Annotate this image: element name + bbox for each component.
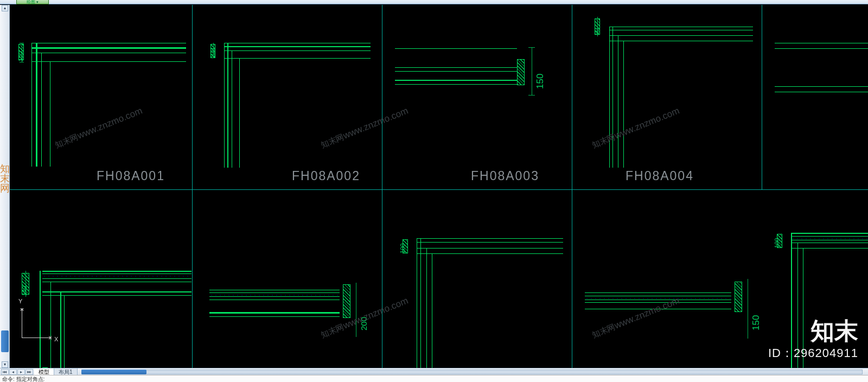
grid-line: [192, 5, 193, 368]
grid-line: [762, 5, 762, 189]
vertical-scroll-thumb[interactable]: [1, 330, 9, 352]
stroke: [239, 58, 240, 168]
dim-line: [532, 47, 532, 95]
stroke: [209, 316, 340, 317]
ucs-y-label: Y: [18, 298, 22, 304]
dim-140: 140: [21, 286, 28, 296]
watermark: 知末网www.znzmo.com: [319, 105, 410, 150]
stroke: [791, 243, 868, 243]
stroke: [395, 67, 517, 68]
stroke: [224, 58, 371, 59]
dim-line: [528, 47, 535, 48]
stroke: [585, 292, 731, 293]
decor-band: [209, 292, 340, 297]
profile-hatch: [343, 284, 350, 318]
stroke: [224, 43, 225, 168]
profile-hatch: [735, 282, 742, 312]
stroke: [224, 46, 371, 47]
stroke: [224, 43, 371, 43]
scroll-down-arrow-icon[interactable]: ▾: [2, 361, 8, 368]
layout-tab-bar: ⏮ ◂ ▸ ⏭ 模型 布局1: [0, 368, 868, 375]
part-code: FH08A003: [471, 169, 539, 183]
tab-first-icon[interactable]: ⏮: [1, 369, 9, 375]
stroke: [64, 295, 65, 368]
stroke: [42, 291, 192, 292]
command-line[interactable]: 命令: 指定对角点:: [0, 375, 868, 382]
part-code: FH08A002: [292, 169, 360, 183]
vertical-scrollbar[interactable]: ▴ ▾: [0, 5, 10, 368]
stroke: [417, 238, 417, 368]
stroke: [395, 84, 517, 85]
part-code: FH08A001: [97, 169, 165, 183]
stroke: [31, 61, 186, 62]
stroke: [775, 92, 868, 92]
hscroll-track[interactable]: [81, 370, 863, 374]
stroke: [803, 248, 803, 368]
stroke: [395, 48, 517, 49]
stroke: [612, 27, 613, 168]
part-code: FH08A004: [626, 169, 694, 183]
stroke: [426, 248, 427, 368]
ucs-x-axis: [22, 338, 52, 338]
stroke: [227, 43, 228, 168]
dim-100c: 100: [774, 238, 780, 248]
stroke: [31, 43, 186, 43]
decor-band: [585, 296, 731, 300]
tab-prev-icon[interactable]: ◂: [9, 369, 17, 375]
stroke: [775, 43, 868, 43]
stroke: [209, 300, 340, 300]
draw-dropdown-label: 绘图: [27, 0, 35, 4]
stroke: [224, 50, 371, 51]
dim-120: 120: [17, 52, 24, 61]
stroke: [432, 253, 432, 368]
dim-line: [20, 62, 24, 62]
grid-line: [572, 5, 572, 368]
profile-hatch: [517, 59, 525, 85]
hscroll-thumb[interactable]: [81, 370, 146, 374]
stroke: [585, 309, 731, 309]
stroke: [417, 238, 563, 239]
dim-100: 100: [209, 48, 216, 58]
command-line-text: 命令: 指定对角点:: [2, 376, 44, 382]
decor-band: [42, 273, 192, 279]
tab-next-icon[interactable]: ▸: [17, 369, 25, 375]
stroke: [791, 233, 792, 368]
stroke: [609, 27, 610, 168]
tab-last-icon[interactable]: ⏭: [25, 369, 33, 375]
stroke: [60, 291, 61, 368]
stroke: [209, 312, 340, 314]
stroke: [797, 243, 798, 368]
stroke: [36, 43, 37, 167]
model-viewport[interactable]: 120 FH08A001 100 FH08A002 150 FH08A003 9…: [10, 5, 868, 368]
watermark: 知末网www.znzmo.com: [590, 105, 681, 150]
stroke: [209, 290, 340, 290]
scroll-up-arrow-icon[interactable]: ▴: [2, 5, 8, 11]
dim-150: 150: [535, 74, 546, 89]
stroke: [775, 86, 868, 87]
stroke: [50, 61, 50, 167]
grid-line: [382, 5, 382, 368]
stroke: [417, 248, 563, 249]
stroke: [420, 238, 421, 368]
decor-band: [791, 236, 868, 240]
stroke: [42, 295, 192, 296]
ucs-icon: Y X: [16, 300, 60, 343]
chevron-down-icon: ▾: [36, 0, 39, 4]
ribbon: 绘图▾: [0, 0, 868, 4]
stroke: [609, 35, 753, 36]
stroke: [395, 71, 517, 72]
stroke: [585, 302, 731, 303]
dim-line: [20, 43, 24, 43]
dim-line: [748, 279, 748, 339]
dim-200: 200: [359, 317, 368, 330]
stroke: [31, 43, 32, 167]
stroke: [417, 242, 563, 243]
stroke: [623, 41, 624, 168]
stroke: [609, 27, 753, 27]
stroke: [42, 282, 192, 282]
dim-150b: 150: [751, 315, 762, 330]
draw-dropdown[interactable]: 绘图▾: [16, 0, 49, 4]
dim-line: [356, 283, 356, 337]
stroke: [41, 53, 42, 167]
ucs-x-label: X: [54, 336, 58, 342]
